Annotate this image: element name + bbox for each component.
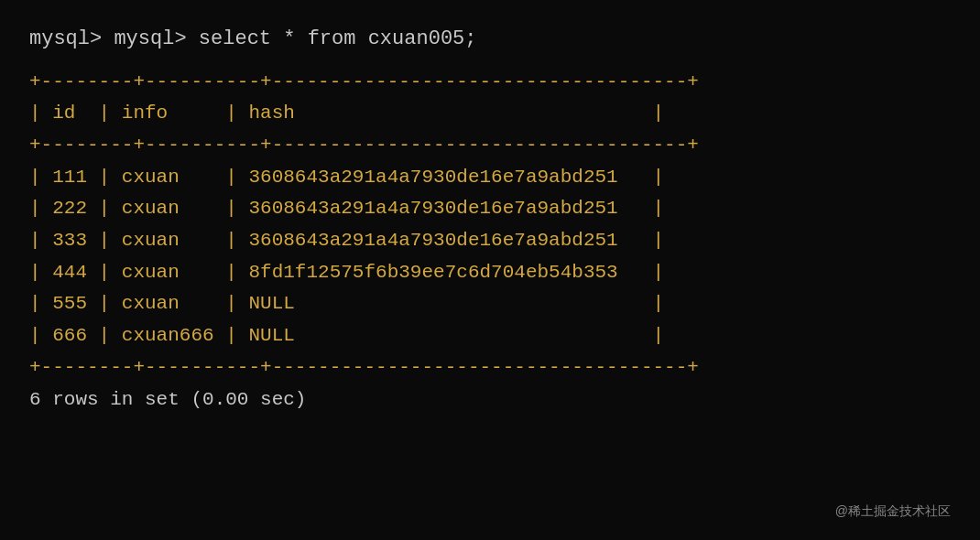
- table-output: +--------+----------+-------------------…: [29, 67, 951, 383]
- prompt: mysql>: [29, 27, 114, 50]
- table-row: | 111 | cxuan | 3608643a291a4a7930de16e7…: [29, 162, 951, 194]
- table-row: | 222 | cxuan | 3608643a291a4a7930de16e7…: [29, 193, 951, 225]
- watermark: @稀土掘金技术社区: [835, 503, 951, 520]
- table-row: | 444 | cxuan | 8fd1f12575f6b39ee7c6d704…: [29, 257, 951, 289]
- terminal-window: mysql> mysql> select * from cxuan005; +-…: [0, 0, 980, 540]
- command-line: mysql> mysql> select * from cxuan005;: [29, 26, 951, 54]
- table-row: | 666 | cxuan666 | NULL |: [29, 320, 951, 352]
- header-row: | id | info | hash |: [29, 98, 951, 130]
- separator-top: +--------+----------+-------------------…: [29, 67, 951, 99]
- separator-bottom: +--------+----------+-------------------…: [29, 352, 951, 384]
- sql-command: mysql> select * from cxuan005;: [114, 27, 476, 50]
- separator-header: +--------+----------+-------------------…: [29, 130, 951, 162]
- table-row: | 333 | cxuan | 3608643a291a4a7930de16e7…: [29, 225, 951, 257]
- table-row: | 555 | cxuan | NULL |: [29, 288, 951, 320]
- footer-text: 6 rows in set (0.00 sec): [29, 389, 951, 410]
